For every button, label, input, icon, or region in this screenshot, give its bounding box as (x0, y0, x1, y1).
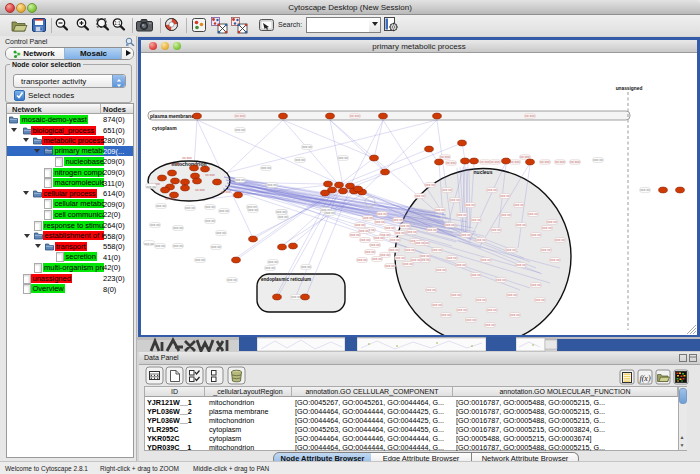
svg-text:xxx xx: xxx xx (436, 268, 446, 272)
svg-text:xxx xx: xxx xx (466, 318, 476, 322)
svg-text:xxx xx: xxx xx (400, 224, 410, 228)
svg-text:xxx xx: xxx xx (528, 212, 538, 216)
svg-text:xxx xx: xxx xx (370, 243, 380, 247)
svg-text:xxx xx: xxx xx (276, 210, 286, 214)
svg-text:xxx xx: xxx xx (227, 278, 237, 282)
svg-text:xxx xx: xxx xx (150, 223, 160, 227)
svg-text:xxx xx: xxx xx (267, 183, 277, 187)
svg-text:xxx xx: xxx xx (325, 211, 335, 215)
svg-text:xxx xx: xxx xx (501, 213, 511, 217)
svg-text:xxx xx: xxx xx (415, 194, 425, 198)
svg-text:xxx xx: xxx xx (432, 248, 442, 252)
svg-text:xxx xx: xxx xx (363, 216, 373, 220)
svg-text:xxx xx: xxx xx (506, 248, 516, 252)
svg-text:xx xxx: xx xxx (171, 162, 181, 166)
svg-text:xxx xx: xxx xx (205, 205, 215, 209)
svg-text:xxx xx: xxx xx (531, 283, 541, 287)
svg-text:xxx xx: xxx xx (457, 308, 467, 312)
svg-text:xxx xx: xxx xx (547, 220, 557, 224)
svg-text:xx xxx: xx xxx (205, 173, 215, 177)
svg-text:xxx xx: xxx xx (593, 158, 603, 162)
svg-text:xxx xx: xxx xx (219, 209, 229, 213)
svg-text:xxx xx: xxx xx (435, 208, 445, 212)
svg-text:xx xxx: xx xxx (540, 160, 550, 164)
svg-text:xxx xx: xxx xx (531, 233, 541, 237)
svg-text:xxx xx: xxx xx (510, 313, 520, 317)
svg-text:xxx xx: xxx xx (372, 257, 382, 261)
svg-text:xxx xx: xxx xx (516, 263, 526, 267)
svg-text:xxx xx: xxx xx (481, 258, 491, 262)
svg-text:xxx xx: xxx xx (375, 220, 385, 224)
svg-text:xx xxx: xx xxx (446, 161, 456, 165)
svg-text:xxx xx: xxx xx (278, 215, 288, 219)
svg-text:xxx xx: xxx xx (350, 233, 360, 237)
svg-text:xxx xx: xxx xx (211, 245, 221, 249)
svg-text:xxx xx: xxx xx (432, 303, 442, 307)
svg-text:xxx xx: xxx xx (445, 223, 455, 227)
svg-text:xxx xx: xxx xx (425, 183, 435, 187)
svg-text:xxx xx: xxx xx (476, 298, 486, 302)
svg-text:xxx xx: xxx xx (485, 323, 495, 327)
svg-text:xxx xx: xxx xx (457, 213, 467, 217)
svg-text:xxx xx: xxx xx (385, 264, 395, 268)
svg-text:xxx xx: xxx xx (389, 248, 399, 252)
svg-text:xx xxx: xx xxx (235, 114, 245, 118)
svg-text:xxx xx: xxx xx (426, 288, 436, 292)
svg-text:xx xxx: xx xxx (350, 114, 360, 118)
svg-text:xxx xx: xxx xx (393, 218, 403, 222)
svg-text:xxx xx: xxx xx (507, 293, 517, 297)
svg-text:xxx xx: xxx xx (360, 238, 370, 242)
svg-text:xxx xx: xxx xx (377, 212, 387, 216)
svg-text:xxx xx: xxx xx (471, 218, 481, 222)
svg-text:xxx xx: xxx xx (415, 241, 425, 245)
svg-text:cytoplasm: cytoplasm (152, 125, 177, 131)
svg-text:xxx xx: xxx xx (338, 156, 348, 160)
svg-text:xxx xx: xxx xx (541, 248, 551, 252)
svg-text:xxx xx: xxx xx (355, 223, 365, 227)
svg-text:xxx xx: xxx xx (155, 244, 165, 248)
svg-text:f(x): f(x) (639, 374, 650, 383)
svg-text:xxx xx: xxx xx (487, 188, 497, 192)
svg-text:xx xxx: xx xxx (182, 156, 192, 160)
svg-text:xx xxx: xx xxx (221, 190, 231, 194)
svg-text:xx xxx: xx xxx (440, 155, 450, 159)
svg-text:xxx xx: xxx xx (441, 313, 451, 317)
svg-text:xxx xx: xxx xx (403, 262, 413, 266)
svg-text:xxx xx: xxx xx (385, 226, 395, 230)
svg-text:xxx xx: xxx xx (146, 185, 156, 189)
svg-text:xx xxx: xx xxx (510, 160, 520, 164)
svg-text:xxx xx: xxx xx (235, 178, 245, 182)
svg-text:xxx xx: xxx xx (261, 166, 271, 170)
svg-text:xxx xx: xxx xx (195, 258, 205, 262)
svg-text:xxx xx: xxx xx (216, 231, 226, 235)
svg-text:xxx xx: xxx xx (395, 231, 405, 235)
svg-text:xxx xx: xxx xx (357, 258, 367, 262)
svg-text:xx xxx: xx xxx (520, 155, 530, 159)
svg-text:xxx xx: xxx xx (442, 188, 452, 192)
svg-text:xxx xx: xxx xx (465, 203, 475, 207)
svg-text:unassigned: unassigned (616, 86, 643, 91)
svg-text:xx xxx: xx xxx (570, 160, 580, 164)
svg-text:xxx xx: xxx xx (365, 250, 375, 254)
svg-text:xxx xx: xxx xx (205, 219, 215, 223)
svg-text:xxx xx: xxx xx (456, 263, 466, 267)
svg-text:xxx xx: xxx xx (516, 223, 526, 227)
svg-text:xxx xx: xxx xx (265, 266, 275, 270)
svg-text:xxx xx: xxx xx (555, 238, 565, 242)
svg-text:xxx xx: xxx xx (542, 226, 552, 230)
svg-text:xx xxx: xx xxx (525, 114, 535, 118)
svg-text:xxx xx: xxx xx (268, 260, 278, 264)
svg-text:xxx xx: xxx xx (500, 194, 510, 198)
svg-text:xxx xx: xxx xx (514, 203, 524, 207)
svg-text:xxx xx: xxx xx (420, 258, 430, 262)
svg-text:xxx xx: xxx xx (451, 293, 461, 297)
svg-text:xxx xx: xxx xx (550, 258, 560, 262)
svg-text:xxx xx: xxx xx (156, 204, 166, 208)
svg-text:xxx xx: xxx xx (491, 228, 501, 232)
svg-text:xxx xx: xxx xx (235, 128, 245, 132)
svg-text:xxx xx: xxx xx (535, 298, 545, 302)
svg-text:xxx xx: xxx xx (185, 206, 195, 210)
svg-text:xxx xx: xxx xx (302, 145, 312, 149)
svg-text:xxx xx: xxx xx (301, 265, 311, 269)
svg-text:xxx xx: xxx xx (461, 233, 471, 237)
